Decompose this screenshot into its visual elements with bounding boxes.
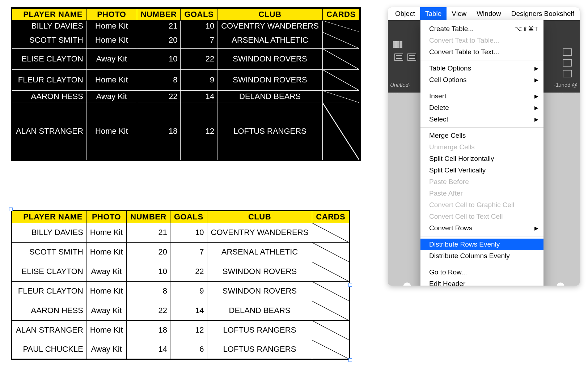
table-row[interactable]: AARON HESSAway Kit2214DELAND BEARS <box>12 301 350 320</box>
column-header: PHOTO <box>86 210 126 223</box>
menu-item-label: Convert Cell to Graphic Cell <box>429 201 514 209</box>
cell-club: COVENTRY WANDERERS <box>207 223 312 242</box>
cell-club: DELAND BEARS <box>217 90 323 103</box>
cell-photo: Home Kit <box>86 320 126 340</box>
table-menu-dropdown[interactable]: Create Table...⌥⇧⌘TConvert Text to Table… <box>420 20 543 286</box>
menu-item-merge-cells[interactable]: Merge Cells <box>420 130 543 141</box>
align-left-icon[interactable] <box>394 54 403 61</box>
selection-handle[interactable] <box>348 358 352 362</box>
menu-item-cell-options[interactable]: Cell Options▶ <box>420 74 543 86</box>
menu-item-split-cell-horizontally[interactable]: Split Cell Horizontally <box>420 153 543 164</box>
cards-cell <box>312 340 350 359</box>
diagonal-line-icon <box>323 103 359 160</box>
table-row[interactable]: ALAN STRANGERHome Kit1812LOFTUS RANGERS <box>12 320 350 340</box>
cell-goals: 7 <box>170 242 207 262</box>
diagonal-line-icon <box>312 340 349 359</box>
column-header: CLUB <box>207 210 312 223</box>
menubar-item-window[interactable]: Window <box>471 7 506 20</box>
submenu-arrow-icon: ▶ <box>534 65 538 71</box>
cell-goals: 12 <box>170 320 207 340</box>
table-row[interactable]: SCOTT SMITHHome Kit207ARSENAL ATHLETIC <box>12 242 350 262</box>
menu-item-paste-before: Paste Before <box>420 176 543 188</box>
selection-handle[interactable] <box>348 283 352 287</box>
submenu-arrow-icon: ▶ <box>534 93 538 99</box>
menu-item-insert[interactable]: Insert▶ <box>420 90 543 102</box>
menu-item-create-table[interactable]: Create Table...⌥⇧⌘T <box>420 23 543 35</box>
cell-photo: Away Kit <box>86 340 126 359</box>
menu-item-go-to-row[interactable]: Go to Row... <box>420 266 543 278</box>
table-row[interactable]: BILLY DAVIESHome Kit2110COVENTRY WANDERE… <box>12 223 350 242</box>
submenu-arrow-icon: ▶ <box>534 77 538 83</box>
cell-name: AARON HESS <box>12 90 86 103</box>
cell-goals: 10 <box>170 223 207 242</box>
cards-cell <box>322 69 360 90</box>
menubar-item-designers-bookshelf[interactable]: Designers Bookshelf <box>506 7 579 20</box>
cell-number: 22 <box>137 90 181 103</box>
table-row[interactable]: AARON HESSAway Kit2214DELAND BEARS <box>12 90 360 103</box>
menubar-item-view[interactable]: View <box>447 7 471 20</box>
table-row[interactable]: ALAN STRANGERHome Kit1812LOFTUS RANGERS <box>12 103 360 161</box>
table-row[interactable]: SCOTT SMITHHome Kit207ARSENAL ATHLETIC <box>12 32 360 48</box>
cell-name: FLEUR CLAYTON <box>12 281 86 301</box>
menu-item-delete[interactable]: Delete▶ <box>420 102 543 114</box>
cell-club: ARSENAL ATHLETIC <box>217 32 323 48</box>
svg-line-5 <box>323 103 359 160</box>
cards-cell <box>312 223 350 242</box>
menu-item-label: Distribute Rows Evenly <box>429 240 500 248</box>
table-row[interactable]: PAUL CHUCKLEAway Kit146LOFTUS RANGERS <box>12 340 350 359</box>
menu-item-distribute-rows-evenly[interactable]: Distribute Rows Evenly <box>420 239 543 250</box>
menu-separator <box>420 264 543 264</box>
cell-number: 22 <box>127 301 170 320</box>
player-table-uneven[interactable]: PLAYER NAMEPHOTONUMBERGOALSCLUBCARDS BIL… <box>11 7 361 161</box>
diagonal-line-icon <box>312 262 349 281</box>
cell-photo: Home Kit <box>86 242 126 262</box>
cell-club: SWINDON ROVERS <box>217 69 323 90</box>
menu-item-convert-rows[interactable]: Convert Rows▶ <box>420 222 543 234</box>
panel-icon[interactable] <box>563 48 572 56</box>
cell-name: FLEUR CLAYTON <box>12 69 86 90</box>
menubar-item-object[interactable]: Object <box>390 7 420 20</box>
cell-club: LOFTUS RANGERS <box>207 320 312 340</box>
cell-photo: Away Kit <box>86 90 137 103</box>
cell-photo: Away Kit <box>86 262 126 281</box>
table-header-row: PLAYER NAMEPHOTONUMBERGOALSCLUBCARDS <box>12 210 350 223</box>
selection-handle[interactable] <box>9 208 13 211</box>
svg-line-2 <box>323 49 359 69</box>
cell-name: BILLY DAVIES <box>12 20 86 32</box>
menu-item-label: Paste Before <box>429 178 469 186</box>
panel-icon[interactable] <box>563 70 572 77</box>
diagonal-line-icon <box>323 49 359 69</box>
cards-cell <box>312 262 350 281</box>
menu-item-edit-header[interactable]: Edit Header <box>420 278 543 286</box>
menu-item-convert-table-to-text[interactable]: Convert Table to Text... <box>420 46 543 58</box>
menu-item-select[interactable]: Select▶ <box>420 114 543 125</box>
cards-cell <box>312 301 350 320</box>
menubar-item-table[interactable]: Table <box>420 7 447 20</box>
player-table-even[interactable]: PLAYER NAMEPHOTONUMBERGOALSCLUBCARDS BIL… <box>11 210 350 360</box>
cards-cell <box>322 20 360 32</box>
menu-item-label: Cell Options <box>429 76 467 84</box>
cell-number: 8 <box>127 281 170 301</box>
svg-line-1 <box>323 32 359 48</box>
table-row[interactable]: FLEUR CLAYTONHome Kit89SWINDON ROVERS <box>12 281 350 301</box>
panel-icons[interactable] <box>563 48 572 77</box>
panel-icon[interactable] <box>563 59 572 67</box>
table-row[interactable]: BILLY DAVIESHome Kit2110COVENTRY WANDERE… <box>12 20 360 32</box>
table-row[interactable]: ELISE CLAYTONAway Kit1022SWINDON ROVERS <box>12 48 360 69</box>
app-menubar[interactable]: ObjectTableViewWindowDesigners Bookshelf <box>388 7 580 20</box>
cell-goals: 22 <box>170 262 207 281</box>
cell-club: ARSENAL ATHLETIC <box>207 242 312 262</box>
cell-number: 20 <box>137 32 181 48</box>
menu-item-label: Paste After <box>429 189 463 197</box>
menu-item-table-options[interactable]: Table Options▶ <box>420 63 543 74</box>
cell-name: AARON HESS <box>12 301 86 320</box>
align-center-icon[interactable] <box>407 54 416 61</box>
cell-goals: 14 <box>170 301 207 320</box>
menu-item-unmerge-cells: Unmerge Cells <box>420 141 543 153</box>
menu-item-distribute-columns-evenly[interactable]: Distribute Columns Evenly <box>420 250 543 262</box>
svg-line-7 <box>312 243 349 262</box>
document-tab-left: Untitled- <box>390 82 410 88</box>
table-row[interactable]: FLEUR CLAYTONHome Kit89SWINDON ROVERS <box>12 69 360 90</box>
menu-item-split-cell-vertically[interactable]: Split Cell Vertically <box>420 164 543 176</box>
table-row[interactable]: ELISE CLAYTONAway Kit1022SWINDON ROVERS <box>12 262 350 281</box>
